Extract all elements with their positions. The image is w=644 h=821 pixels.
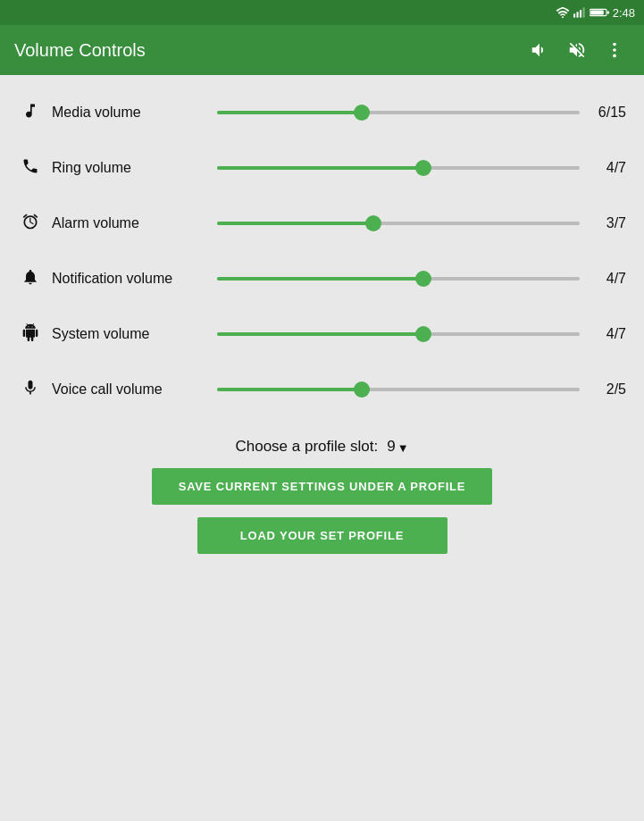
slider-media[interactable]	[217, 104, 580, 121]
profile-slot-row: Choose a profile slot: 9 ▼	[235, 438, 408, 456]
status-bar: 2:48	[0, 0, 644, 25]
volume-value-media: 6/15	[589, 105, 626, 121]
wifi-icon	[556, 7, 570, 18]
slider-track-notif	[217, 277, 580, 281]
svg-rect-7	[606, 12, 608, 14]
slider-fill-ring	[217, 166, 423, 170]
volume-label-media: Media volume	[52, 105, 208, 121]
slider-thumb-media[interactable]	[354, 105, 370, 121]
slider-track-voice	[217, 388, 580, 391]
volume-on-button[interactable]	[524, 35, 555, 65]
music-icon	[18, 102, 43, 124]
slider-thumb-voice[interactable]	[354, 381, 370, 398]
profile-section: Choose a profile slot: 9 ▼ SAVE CURRENT …	[18, 438, 626, 554]
profile-slot-value: 9	[387, 438, 395, 456]
battery-icon	[590, 7, 609, 18]
volume-value-ring: 4/7	[589, 160, 626, 176]
slider-alarm[interactable]	[217, 214, 580, 232]
slider-voice[interactable]	[217, 381, 580, 398]
app-title: Volume Controls	[14, 40, 146, 61]
slider-thumb-sys[interactable]	[415, 326, 431, 342]
volume-on-icon	[530, 40, 549, 60]
volume-row-voice: Voice call volume 2/5	[18, 366, 626, 413]
more-icon	[605, 40, 624, 60]
volume-value-sys: 4/7	[589, 326, 626, 342]
volume-row-notif: Notification volume 4/7	[18, 256, 626, 302]
status-icons: 2:48	[556, 6, 635, 20]
phone-icon	[18, 157, 43, 180]
bell-icon	[18, 268, 43, 290]
volume-label-ring: Ring volume	[52, 160, 208, 176]
volume-value-voice: 2/5	[589, 381, 626, 398]
app-bar: Volume Controls	[0, 25, 644, 75]
app-bar-actions	[524, 35, 630, 65]
dropdown-arrow-icon: ▼	[397, 441, 409, 455]
slider-fill-alarm	[217, 222, 373, 225]
slider-track-ring	[217, 166, 580, 170]
svg-point-8	[613, 43, 616, 46]
slider-fill-voice	[217, 388, 362, 391]
signal-icon	[573, 7, 586, 18]
volume-off-icon	[567, 40, 587, 60]
android-icon	[18, 323, 43, 346]
slider-track-media	[217, 111, 580, 114]
profile-slot-dropdown[interactable]: 9 ▼	[387, 438, 408, 456]
profile-slot-label: Choose a profile slot:	[235, 438, 378, 456]
volume-row-ring: Ring volume 4/7	[18, 145, 626, 191]
slider-ring[interactable]	[217, 159, 580, 177]
load-profile-button[interactable]: LOAD YOUR SET PROFILE	[197, 517, 447, 554]
svg-point-10	[613, 54, 616, 58]
volume-rows: Media volume 6/15 Ring volume 4/7 Alarm …	[18, 89, 626, 413]
slider-sys[interactable]	[217, 325, 580, 343]
slider-track-alarm	[217, 222, 580, 225]
volume-label-sys: System volume	[52, 326, 208, 342]
volume-off-button[interactable]	[562, 35, 592, 65]
slider-fill-notif	[217, 277, 423, 281]
svg-rect-6	[590, 10, 604, 14]
volume-row-alarm: Alarm volume 3/7	[18, 200, 626, 247]
mic-icon	[18, 379, 43, 401]
volume-label-notif: Notification volume	[52, 271, 208, 287]
svg-rect-4	[582, 7, 584, 17]
slider-notif[interactable]	[217, 270, 580, 288]
time-display: 2:48	[613, 6, 635, 20]
volume-label-alarm: Alarm volume	[52, 215, 208, 231]
volume-row-sys: System volume 4/7	[18, 311, 626, 357]
svg-rect-1	[573, 13, 575, 17]
save-profile-button[interactable]: SAVE CURRENT SETTINGS UNDER A PROFILE	[152, 468, 493, 505]
svg-point-0	[562, 16, 564, 18]
volume-value-alarm: 3/7	[589, 215, 626, 231]
volume-row-media: Media volume 6/15	[18, 89, 626, 136]
slider-thumb-alarm[interactable]	[365, 215, 381, 231]
svg-rect-2	[576, 12, 578, 17]
main-content: Media volume 6/15 Ring volume 4/7 Alarm …	[0, 75, 644, 821]
svg-point-9	[613, 48, 616, 52]
svg-rect-3	[580, 10, 581, 17]
more-options-button[interactable]	[599, 35, 630, 65]
slider-thumb-ring[interactable]	[415, 160, 431, 176]
volume-label-voice: Voice call volume	[52, 381, 208, 398]
slider-fill-media	[217, 111, 362, 114]
volume-value-notif: 4/7	[589, 271, 626, 287]
slider-track-sys	[217, 332, 580, 336]
slider-fill-sys	[217, 332, 423, 336]
alarm-icon	[18, 213, 43, 235]
slider-thumb-notif[interactable]	[415, 271, 431, 287]
